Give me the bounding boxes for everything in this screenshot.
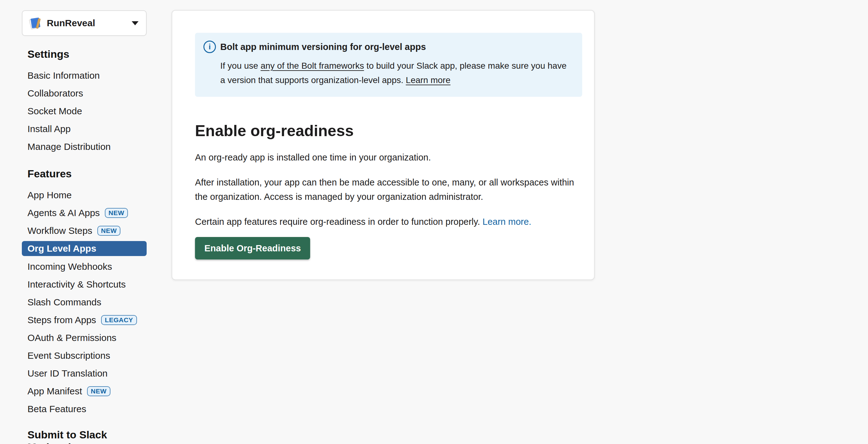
sidebar-item-label: App Manifest (27, 386, 82, 396)
sidebar-item-interactivity-shortcuts[interactable]: Interactivity & Shortcuts (22, 275, 147, 293)
sidebar-heading-settings: Settings (27, 48, 147, 60)
sidebar-item-basic-information[interactable]: Basic Information (22, 66, 147, 84)
info-banner-title: Bolt app minimum versioning for org-leve… (220, 42, 426, 52)
sidebar-item-app-home[interactable]: App Home (22, 186, 147, 204)
paragraph-suffix: . (529, 217, 531, 227)
sidebar-item-steps-from-apps[interactable]: Steps from Apps LEGACY (22, 311, 147, 329)
paragraph-text: Certain app features require org-readine… (195, 217, 483, 227)
new-badge: NEW (97, 226, 121, 236)
sidebar-item-app-manifest[interactable]: App Manifest NEW (22, 382, 147, 400)
sidebar-item-label: Agents & AI Apps (27, 208, 100, 218)
sidebar-item-beta-features[interactable]: Beta Features (22, 400, 147, 418)
caret-down-icon (132, 21, 138, 25)
sidebar-item-socket-mode[interactable]: Socket Mode (22, 102, 147, 120)
sidebar-item-agents-ai-apps[interactable]: Agents & AI Apps NEW (22, 204, 147, 222)
info-banner-header: i Bolt app minimum versioning for org-le… (204, 40, 573, 53)
sidebar-item-slash-commands[interactable]: Slash Commands (22, 293, 147, 311)
sidebar-item-org-level-apps[interactable]: Org Level Apps (22, 241, 147, 256)
app-selector-dropdown[interactable]: RunReveal (22, 10, 147, 36)
sidebar-item-oauth-permissions[interactable]: OAuth & Permissions (22, 329, 147, 347)
app-logo-icon (27, 16, 42, 31)
bolt-frameworks-link[interactable]: any of the Bolt frameworks (260, 61, 364, 70)
enable-org-readiness-button[interactable]: Enable Org-Readiness (195, 237, 310, 260)
sidebar-item-label: Steps from Apps (27, 315, 96, 325)
paragraph-certain-features: Certain app features require org-readine… (195, 214, 582, 229)
submit-heading-line2: Marketplace (27, 441, 89, 444)
sidebar-item-user-id-translation[interactable]: User ID Translation (22, 364, 147, 382)
sidebar: RunReveal Settings Basic Information Col… (22, 10, 147, 444)
sidebar-item-collaborators[interactable]: Collaborators (22, 84, 147, 102)
sidebar-heading-submit-to-slack: Submit to Slack Marketplace (27, 428, 147, 444)
banner-learn-more-link[interactable]: Learn more (406, 75, 451, 85)
new-badge: NEW (87, 386, 111, 396)
new-badge: NEW (105, 208, 128, 218)
banner-text-1: If you use (220, 61, 260, 70)
info-banner-body: If you use any of the Bolt frameworks to… (220, 59, 570, 87)
paragraph-org-ready: An org-ready app is installed one time i… (195, 150, 582, 165)
submit-heading-line1: Submit to Slack (27, 429, 107, 441)
sidebar-item-workflow-steps[interactable]: Workflow Steps NEW (22, 222, 147, 239)
app-selector-name: RunReveal (47, 18, 132, 28)
main-content: i Bolt app minimum versioning for org-le… (172, 10, 595, 280)
paragraph-after-installation: After installation, your app can then be… (195, 175, 582, 204)
info-banner: i Bolt app minimum versioning for org-le… (195, 33, 582, 97)
sidebar-item-incoming-webhooks[interactable]: Incoming Webhooks (22, 258, 147, 275)
org-readiness-card: i Bolt app minimum versioning for org-le… (172, 10, 595, 280)
sidebar-item-manage-distribution[interactable]: Manage Distribution (22, 138, 147, 155)
legacy-badge: LEGACY (101, 315, 137, 325)
page-title: Enable org-readiness (195, 122, 582, 140)
info-icon: i (204, 40, 216, 53)
sidebar-heading-features: Features (27, 167, 147, 180)
sidebar-item-install-app[interactable]: Install App (22, 120, 147, 138)
sidebar-item-event-subscriptions[interactable]: Event Subscriptions (22, 347, 147, 364)
learn-more-link[interactable]: Learn more (483, 217, 529, 227)
sidebar-item-label: Workflow Steps (27, 226, 92, 236)
